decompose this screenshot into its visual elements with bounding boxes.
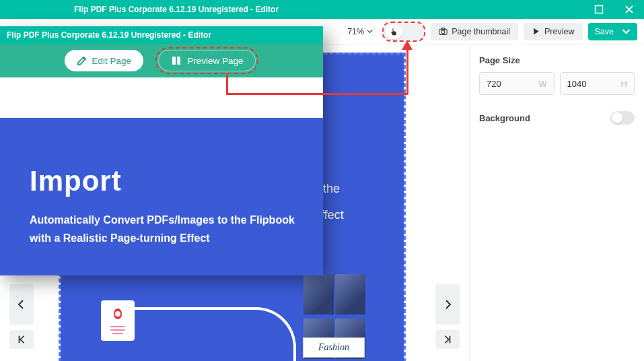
pencil-icon <box>77 56 87 66</box>
width-suffix: W <box>538 79 546 89</box>
page-thumbnail-button[interactable]: Page thumbnail <box>431 23 518 40</box>
properties-sidebar: Page Size 720 W 1040 H Background <box>469 44 644 361</box>
next-page-button[interactable] <box>435 284 460 325</box>
page-width-value: 720 <box>487 79 501 89</box>
chevron-down-icon <box>622 27 631 36</box>
page-size-label: Page Size <box>479 55 635 65</box>
window-controls <box>583 0 644 19</box>
annotation-line <box>226 73 228 94</box>
page-subheading: Automatically Convert PDFs/Images to the… <box>30 211 303 247</box>
last-page-button[interactable] <box>435 330 460 349</box>
annotation-arrow-icon <box>402 40 413 50</box>
page-width-input[interactable]: 720 W <box>479 72 554 95</box>
background-toggle[interactable] <box>610 111 635 125</box>
svg-rect-5 <box>177 57 180 65</box>
popup-title-text: Flip PDF Plus Corporate 6.12.19 Unregist… <box>7 30 211 40</box>
annotation-line <box>406 45 408 94</box>
page-height-value: 1040 <box>567 79 587 89</box>
book-thumb <box>335 274 365 315</box>
page-thumbnail-label: Page thumbnail <box>452 27 510 36</box>
svg-rect-0 <box>595 6 602 13</box>
edit-page-label: Edit Page <box>92 56 132 66</box>
zoom-level[interactable]: 71% <box>347 27 373 36</box>
close-button[interactable] <box>614 0 644 19</box>
window-title: Flip PDF Plus Corporate 6.12.19 Unregist… <box>74 5 279 14</box>
svg-rect-4 <box>172 57 176 65</box>
popup-window: Flip PDF Plus Corporate 6.12.19 Unregist… <box>0 26 323 275</box>
popup-page-preview: Import Automatically Convert PDFs/Images… <box>0 77 323 275</box>
zoom-value: 71% <box>347 27 364 36</box>
annotation-line <box>226 93 408 95</box>
title-bar: Flip PDF Plus Corporate 6.12.19 Unregist… <box>0 0 644 19</box>
background-label: Background <box>479 113 530 123</box>
annotation-highlight-toggle <box>382 22 425 42</box>
maximize-button[interactable] <box>583 0 614 19</box>
touch-icon <box>385 24 402 39</box>
camera-icon <box>439 27 448 36</box>
book-thumb <box>303 274 334 315</box>
save-button[interactable]: Save <box>588 23 638 40</box>
save-label: Save <box>595 27 614 36</box>
preview-label: Preview <box>544 27 574 36</box>
chevron-down-icon <box>367 28 373 34</box>
pdf-file-icon <box>101 300 135 341</box>
preview-button[interactable]: Preview <box>524 23 582 40</box>
popup-title-bar: Flip PDF Plus Corporate 6.12.19 Unregist… <box>0 26 323 44</box>
preview-page-button[interactable]: Preview Page <box>158 50 256 71</box>
first-page-button[interactable] <box>9 330 34 349</box>
flow-curve <box>135 307 296 361</box>
annotation-highlight-preview: Preview Page <box>155 47 258 74</box>
popup-toolbar: Edit Page Preview Page <box>0 44 323 77</box>
prev-page-button[interactable] <box>9 284 34 325</box>
touch-mode-toggle[interactable] <box>384 23 424 40</box>
preview-page-label: Preview Page <box>187 56 243 66</box>
fashion-label: Fashion <box>303 337 365 358</box>
svg-point-2 <box>441 30 445 34</box>
page-heading: Import <box>30 165 122 197</box>
height-suffix: H <box>621 79 627 89</box>
edit-page-button[interactable]: Edit Page <box>65 50 144 71</box>
preview-page-icon <box>171 55 182 66</box>
play-icon <box>532 27 540 36</box>
page-height-input[interactable]: 1040 H <box>560 72 635 95</box>
page-text-line: the <box>323 179 344 199</box>
